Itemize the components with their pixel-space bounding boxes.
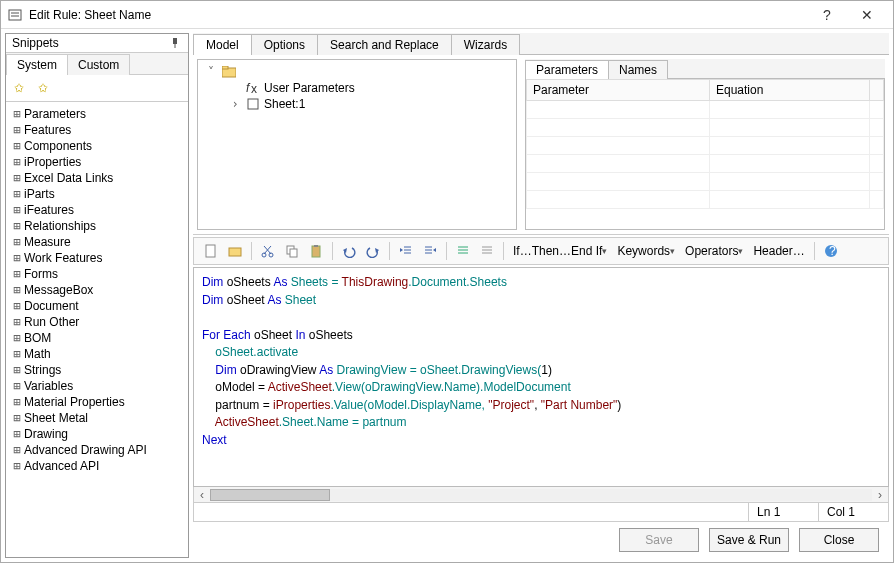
model-upper-pane: ˅ fx User Parameters › Sheet:1 [193, 55, 889, 235]
snippets-toolbar: ✩ ✩ [6, 75, 188, 102]
col-spacer [870, 80, 884, 101]
svg-rect-0 [9, 10, 21, 20]
snippet-category[interactable]: ⊞Sheet Metal [8, 410, 186, 426]
snippet-category[interactable]: ⊞Forms [8, 266, 186, 282]
horizontal-scrollbar[interactable]: ‹ › [193, 487, 889, 503]
snippet-category[interactable]: ⊞MessageBox [8, 282, 186, 298]
scroll-track[interactable] [210, 489, 872, 501]
snippet-category[interactable]: ⊞Excel Data Links [8, 170, 186, 186]
status-line: Ln 1 [748, 503, 818, 521]
if-then-dropdown[interactable]: If…Then…End If [509, 241, 611, 261]
new-icon[interactable] [200, 241, 222, 261]
scroll-thumb[interactable] [210, 489, 330, 501]
tab-options[interactable]: Options [251, 34, 318, 55]
window-title: Edit Rule: Sheet Name [29, 8, 807, 22]
tab-names[interactable]: Names [608, 60, 668, 79]
snippet-category[interactable]: ⊞Measure [8, 234, 186, 250]
dialog-footer: Save Save & Run Close [193, 522, 889, 558]
svg-rect-9 [248, 99, 258, 109]
status-col: Col 1 [818, 503, 888, 521]
snippet-category[interactable]: ⊞iFeatures [8, 202, 186, 218]
rule-icon [7, 7, 23, 23]
snippet-category[interactable]: ⊞Drawing [8, 426, 186, 442]
snippet-category[interactable]: ⊞BOM [8, 330, 186, 346]
snippet-category[interactable]: ⊞Math [8, 346, 186, 362]
comment-icon[interactable] [452, 241, 474, 261]
svg-text:x: x [251, 82, 257, 94]
toolbar-separator [389, 242, 390, 260]
help-icon[interactable]: ? [820, 241, 842, 261]
tab-system[interactable]: System [6, 54, 68, 75]
cut-icon[interactable] [257, 241, 279, 261]
svg-rect-19 [314, 245, 318, 247]
snippets-title: Snippets [12, 36, 168, 50]
status-bar: Ln 1 Col 1 [193, 503, 889, 522]
svg-rect-6 [222, 66, 228, 69]
model-tree[interactable]: ˅ fx User Parameters › Sheet:1 [197, 59, 517, 230]
snippets-header: Snippets [6, 34, 188, 53]
tab-parameters[interactable]: Parameters [525, 60, 609, 79]
snippet-category[interactable]: ⊞Material Properties [8, 394, 186, 410]
snippet-category[interactable]: ⊞iParts [8, 186, 186, 202]
save-button[interactable]: Save [619, 528, 699, 552]
snippet-category[interactable]: ⊞Strings [8, 362, 186, 378]
col-parameter[interactable]: Parameter [527, 80, 710, 101]
snippet-category[interactable]: ⊞iProperties [8, 154, 186, 170]
uncomment-icon[interactable] [476, 241, 498, 261]
code-editor[interactable]: Dim oSheets As Sheets = ThisDrawing.Docu… [193, 267, 889, 487]
insert-snippet-icon[interactable]: ✩ [10, 79, 28, 97]
redo-icon[interactable] [362, 241, 384, 261]
snippet-category[interactable]: ⊞Work Features [8, 250, 186, 266]
undo-icon[interactable] [338, 241, 360, 261]
pin-icon[interactable] [168, 36, 182, 50]
operators-dropdown[interactable]: Operators [681, 241, 747, 261]
tab-model[interactable]: Model [193, 34, 252, 55]
close-window-button[interactable]: ✕ [847, 1, 887, 29]
snippet-category[interactable]: ⊞Components [8, 138, 186, 154]
help-button[interactable]: ? [807, 1, 847, 29]
param-tabstrip: Parameters Names [525, 59, 885, 79]
toolbar-separator [446, 242, 447, 260]
open-icon[interactable] [224, 241, 246, 261]
svg-rect-10 [206, 245, 215, 257]
snippet-category[interactable]: ⊞Advanced Drawing API [8, 442, 186, 458]
copy-icon[interactable] [281, 241, 303, 261]
snippets-tree[interactable]: ⊞Parameters ⊞Features ⊞Components ⊞iProp… [6, 102, 188, 557]
indent-icon[interactable] [419, 241, 441, 261]
toolbar-separator [814, 242, 815, 260]
tab-wizards[interactable]: Wizards [451, 34, 520, 55]
svg-rect-3 [173, 38, 177, 44]
snippets-panel: Snippets System Custom ✩ ✩ ⊞Parameters ⊞… [5, 33, 189, 558]
keywords-dropdown[interactable]: Keywords [613, 241, 679, 261]
snippet-category[interactable]: ⊞Document [8, 298, 186, 314]
snippet-category[interactable]: ⊞Relationships [8, 218, 186, 234]
favorite-snippet-icon[interactable]: ✩ [34, 79, 52, 97]
folder-icon [221, 65, 237, 79]
svg-text:?: ? [829, 244, 836, 258]
snippet-category[interactable]: ⊞Parameters [8, 106, 186, 122]
snippet-category[interactable]: ⊞Run Other [8, 314, 186, 330]
save-run-button[interactable]: Save & Run [709, 528, 789, 552]
tab-custom[interactable]: Custom [67, 54, 130, 75]
parameters-grid[interactable]: Parameter Equation [525, 79, 885, 230]
snippet-category[interactable]: ⊞Advanced API [8, 458, 186, 474]
toolbar-separator [251, 242, 252, 260]
snippet-category[interactable]: ⊞Features [8, 122, 186, 138]
titlebar: Edit Rule: Sheet Name ? ✕ [1, 1, 893, 29]
header-button[interactable]: Header… [749, 241, 808, 261]
paste-icon[interactable] [305, 241, 327, 261]
col-equation[interactable]: Equation [709, 80, 869, 101]
close-button[interactable]: Close [799, 528, 879, 552]
model-tree-root[interactable]: ˅ [202, 64, 512, 80]
model-tree-user-params[interactable]: fx User Parameters [226, 80, 512, 96]
toolbar-separator [332, 242, 333, 260]
snippet-category[interactable]: ⊞Variables [8, 378, 186, 394]
model-tree-sheet[interactable]: › Sheet:1 [226, 96, 512, 112]
outdent-icon[interactable] [395, 241, 417, 261]
edit-rule-dialog: Edit Rule: Sheet Name ? ✕ Snippets Syste… [0, 0, 894, 563]
scroll-right-icon[interactable]: › [872, 488, 888, 502]
scroll-left-icon[interactable]: ‹ [194, 488, 210, 502]
main-tabstrip: Model Options Search and Replace Wizards [193, 33, 889, 55]
tab-search-replace[interactable]: Search and Replace [317, 34, 452, 55]
snippets-tabstrip: System Custom [6, 53, 188, 75]
